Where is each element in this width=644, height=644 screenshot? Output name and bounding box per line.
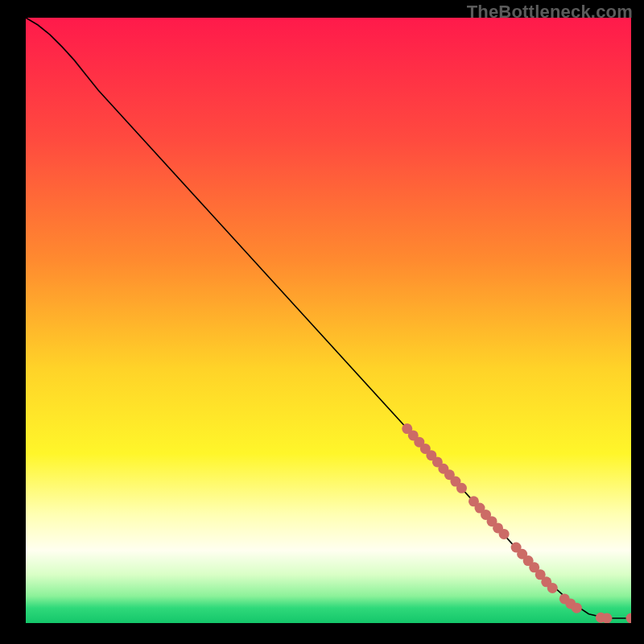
data-point [499, 529, 510, 539]
gradient-background [26, 18, 631, 623]
chart-svg [26, 18, 631, 623]
plot-area [26, 18, 631, 623]
data-point [456, 483, 467, 493]
data-point [547, 583, 558, 593]
data-point [572, 603, 582, 613]
data-point [601, 613, 612, 623]
chart-frame: TheBottleneck.com [0, 0, 644, 644]
